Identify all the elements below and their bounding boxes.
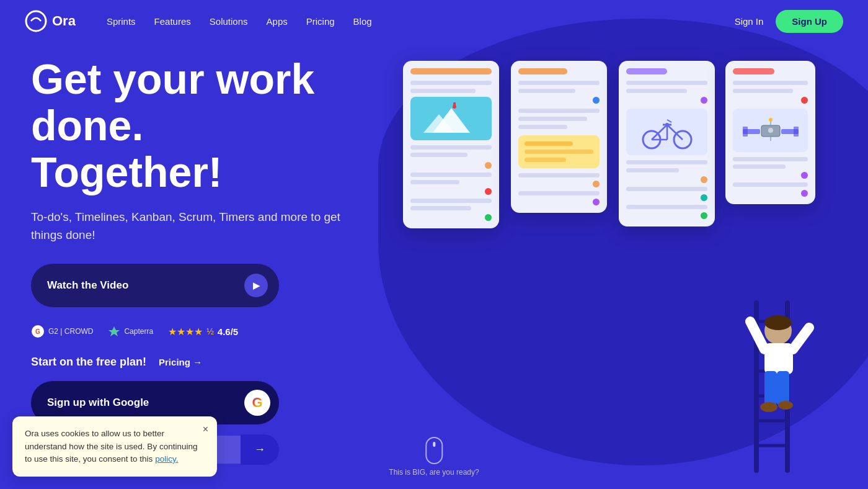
svg-rect-39 <box>777 371 789 405</box>
card4-header <box>733 68 774 74</box>
card2-line1 <box>518 81 600 85</box>
nav-apps[interactable]: Apps <box>267 16 288 27</box>
dot-orange2 <box>593 181 600 187</box>
scroll-dot <box>433 442 435 447</box>
card3-dot1 <box>626 97 707 104</box>
ora-logo-icon <box>25 10 47 32</box>
nav-links: Sprints Features Solutions Apps Pricing … <box>107 16 735 27</box>
card4-line2 <box>733 89 793 93</box>
hero-title: Get your work done. Together! <box>31 56 341 195</box>
bike-svg <box>639 114 695 151</box>
nav-blog[interactable]: Blog <box>353 16 372 27</box>
dot-red <box>485 188 492 195</box>
svg-point-36 <box>764 315 792 330</box>
hero-illustration <box>360 42 868 489</box>
card1-line4 <box>410 153 467 157</box>
dot-green <box>485 214 492 221</box>
g2-badge: G G2 | CROWD <box>31 325 93 338</box>
scroll-label: This is BIG, are you ready? <box>389 468 479 477</box>
logo-area[interactable]: Ora <box>25 10 76 32</box>
watch-video-label: Watch the Video <box>47 279 128 292</box>
svg-line-40 <box>750 321 764 349</box>
capterra-label: Capterra <box>124 327 153 336</box>
stars: ★★★★ <box>168 326 203 338</box>
card1-line2 <box>410 89 476 93</box>
ratings-row: G G2 | CROWD Capterra ★★★★ ½ 4.6/5 <box>31 325 341 338</box>
card1-dots2 <box>410 188 492 195</box>
card3-dots4 <box>626 212 707 219</box>
card2-line3 <box>518 109 600 113</box>
svg-rect-21 <box>743 127 748 137</box>
free-plan-row: Start on the free plan! Pricing → <box>31 356 341 369</box>
kanban-card-2 <box>511 61 607 213</box>
svg-point-23 <box>768 128 773 133</box>
svg-point-43 <box>778 401 793 410</box>
card2-dots2 <box>518 181 600 187</box>
sub-line1 <box>525 141 573 146</box>
card1-image <box>410 97 492 140</box>
nav-pricing[interactable]: Pricing <box>306 16 335 27</box>
card2-line2 <box>518 89 575 93</box>
svg-point-0 <box>26 11 46 31</box>
svg-rect-38 <box>764 371 777 405</box>
kanban-card-4 <box>725 61 815 204</box>
svg-line-17 <box>667 120 671 122</box>
svg-rect-22 <box>794 127 799 137</box>
card2-line5 <box>518 125 567 129</box>
card2-header <box>518 68 567 74</box>
free-plan-text: Start on the free plan! <box>31 356 146 369</box>
card1-dots <box>410 162 492 169</box>
navbar: Ora Sprints Features Solutions Apps Pric… <box>0 0 868 42</box>
card2-line6 <box>518 173 600 177</box>
card4-satellite <box>733 109 808 152</box>
nav-features[interactable]: Features <box>154 16 191 27</box>
cookie-banner: × Ora uses cookies to allow us to better… <box>12 416 217 477</box>
card1-line5 <box>410 173 492 177</box>
sign-in-link[interactable]: Sign In <box>735 16 764 27</box>
google-icon: G <box>244 390 270 416</box>
logo-text: Ora <box>52 13 76 29</box>
scroll-indicator: This is BIG, are you ready? <box>389 437 479 477</box>
svg-point-42 <box>760 402 777 412</box>
card3-bike <box>626 109 707 155</box>
svg-text:G: G <box>35 328 40 335</box>
card4-line1 <box>733 81 808 85</box>
watch-video-button[interactable]: Watch the Video ▶ <box>31 264 279 307</box>
pricing-arrow-link[interactable]: Pricing → <box>159 357 202 367</box>
play-icon: ▶ <box>244 274 268 297</box>
scroll-mouse <box>425 437 443 464</box>
g2-icon: G <box>31 325 45 338</box>
svg-point-25 <box>769 118 773 122</box>
card1-header <box>410 68 492 74</box>
card1-line8 <box>410 206 471 210</box>
sign-up-button[interactable]: Sign Up <box>776 10 843 33</box>
nav-solutions[interactable]: Solutions <box>210 16 248 27</box>
dot-purple4 <box>801 190 808 197</box>
cookie-close-button[interactable]: × <box>203 424 208 435</box>
cookie-policy-link[interactable]: policy. <box>155 454 178 464</box>
card2-dot1 <box>518 97 600 104</box>
dot-purple3 <box>801 172 808 179</box>
card2-line7 <box>518 191 600 195</box>
svg-line-41 <box>793 328 809 349</box>
capterra-badge: Capterra <box>108 325 153 338</box>
card1-line7 <box>410 199 492 203</box>
card2-yellow-sub <box>518 135 600 168</box>
nav-sprints[interactable]: Sprints <box>107 16 136 27</box>
rating-score: 4.6/5 <box>218 326 238 337</box>
sub-line3 <box>525 158 566 162</box>
dot-orange3 <box>701 176 707 183</box>
half-star: ½ <box>206 326 214 336</box>
capterra-icon <box>108 325 120 338</box>
card4-dots3 <box>733 190 808 197</box>
person-ladder-svg <box>707 241 831 477</box>
card3-line5 <box>626 187 707 191</box>
email-submit-button[interactable]: → <box>241 434 279 465</box>
hero-left: Get your work done. Together! To-do's, T… <box>31 56 341 465</box>
svg-rect-8 <box>453 102 456 107</box>
card2-line4 <box>518 117 587 121</box>
dot-teal <box>701 194 707 201</box>
card3-header <box>626 68 667 74</box>
card3-line6 <box>626 205 707 209</box>
card2-dots3 <box>518 199 600 205</box>
